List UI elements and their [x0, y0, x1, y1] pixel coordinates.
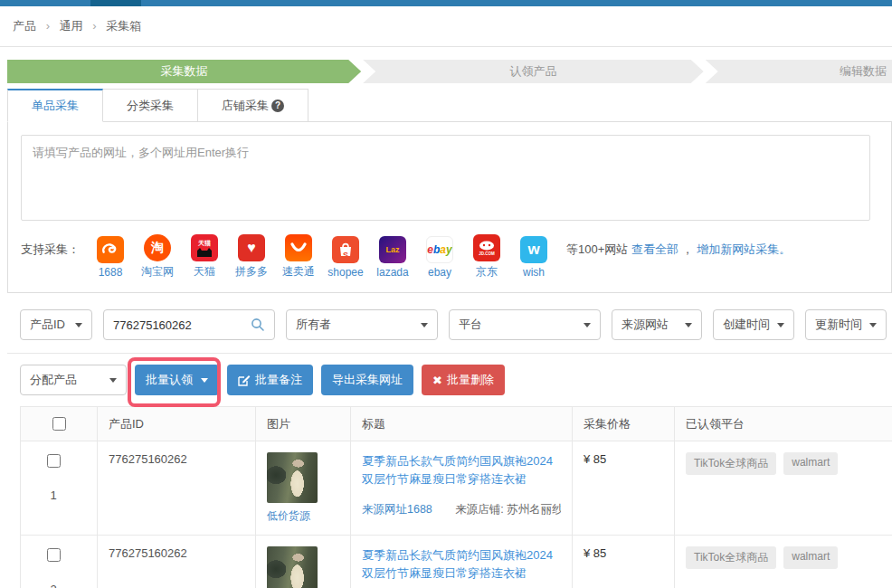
site-jd-icon-text: JD.COM [479, 251, 495, 256]
topbar-accent [90, 0, 141, 6]
site-shopee[interactable]: S shopee [322, 236, 369, 279]
site-aliexpress-label[interactable]: 速卖通 [282, 264, 315, 280]
owner-select[interactable]: 所有者 [286, 309, 438, 340]
search-box [103, 309, 275, 340]
source-shop-text: 来源店铺: 苏州名丽纱服饰有... [455, 503, 561, 516]
collect-panel: 支持采集： 1688 淘 淘宝网 天猫 天猫 ♥ 拼多多 [7, 121, 892, 293]
search-icon[interactable] [251, 318, 265, 332]
more-sites-text: 等100+网站 查看全部 ， 增加新网站采集。 [566, 242, 791, 258]
tab-single-collect[interactable]: 单品采集 [7, 89, 103, 122]
site-tmall-label[interactable]: 天猫 [194, 264, 215, 280]
site-shopee-label[interactable]: shopee [327, 266, 363, 279]
product-image[interactable] [267, 546, 318, 588]
collect-tabs: 单品采集 分类采集 店铺采集 ? [7, 89, 892, 121]
supported-sites-row: 支持采集： 1688 淘 淘宝网 天猫 天猫 ♥ 拼多多 [21, 234, 878, 280]
site-1688-label[interactable]: 1688 [99, 266, 123, 279]
add-new-site-link[interactable]: 增加新网站采集。 [697, 242, 791, 256]
table-header-row: 产品ID 图片 标题 采集价格 已认领平台 [21, 407, 892, 441]
edit-icon [238, 374, 251, 386]
step-edit-data: 编辑数据 [706, 60, 892, 83]
product-url-input[interactable] [21, 135, 870, 221]
ebay-letter-a: a [440, 243, 446, 256]
caret-down-icon [685, 323, 692, 327]
products-table: 产品ID 图片 标题 采集价格 已认领平台 1 776275160262 [20, 406, 892, 588]
product-title-link[interactable]: 夏季新品长款气质简约国风旗袍2024双层竹节麻显瘦日常穿搭连衣裙 [362, 546, 561, 582]
caret-down-icon [869, 323, 877, 327]
batch-actions-row: 分配产品 批量认领 批量备注 导出采集网址 [20, 365, 892, 395]
assign-product-select[interactable]: 分配产品 [20, 365, 127, 395]
site-wish-label[interactable]: wish [523, 266, 545, 279]
list-section: 分配产品 批量认领 批量备注 导出采集网址 [7, 353, 892, 588]
site-tmall[interactable]: 天猫 天猫 [181, 234, 228, 280]
claimed-platforms: TikTok全球商品 walmart [686, 452, 882, 475]
site-taobao[interactable]: 淘 淘宝网 [134, 234, 181, 280]
row-checkbox[interactable] [47, 548, 61, 562]
tab-category-collect[interactable]: 分类采集 [103, 89, 198, 122]
row-number: 2 [21, 583, 86, 588]
site-tmall-icon-text: 天猫 [198, 240, 211, 247]
update-time-label: 更新时间 [815, 317, 862, 333]
site-pinduoduo-label[interactable]: 拼多多 [235, 264, 268, 280]
site-lazada[interactable]: Laz lazada [369, 236, 416, 279]
low-price-source-link[interactable]: 低价货源 [267, 508, 339, 524]
breadcrumb-item-collect-box: 采集箱 [106, 19, 141, 33]
col-title: 标题 [351, 407, 573, 441]
site-wish[interactable]: w wish [510, 236, 557, 279]
row-checkbox[interactable] [47, 454, 61, 468]
search-input[interactable] [113, 318, 251, 332]
create-time-button[interactable]: 创建时间 [713, 309, 794, 340]
site-lazada-label[interactable]: lazada [376, 266, 408, 279]
caret-down-icon [421, 323, 428, 327]
table-row: 1 776275160262 低价货源 夏季新品长款气质简约国风旗袍2024双层… [21, 441, 892, 536]
filter-row: 产品ID 所有者 平台 来源网站 创建时间 更新时间 [20, 309, 892, 340]
step-claim-product: 认领产品 [363, 60, 704, 83]
platform-badge: walmart [783, 546, 838, 569]
breadcrumb-item-product[interactable]: 产品 [13, 19, 36, 33]
wizard-stepper: 采集数据 认领产品 编辑数据 [7, 60, 892, 83]
site-1688[interactable]: 1688 [87, 236, 134, 279]
owner-select-value: 所有者 [296, 317, 413, 333]
view-all-link[interactable]: 查看全部 [631, 242, 678, 256]
site-taobao-label[interactable]: 淘宝网 [141, 264, 174, 280]
step-collect-data: 采集数据 [7, 60, 361, 83]
batch-note-button[interactable]: 批量备注 [227, 365, 313, 395]
help-icon[interactable]: ? [271, 100, 284, 112]
row-number: 1 [21, 488, 86, 502]
select-all-checkbox[interactable] [52, 417, 66, 431]
table-row: 2 776275160262 低价货源 夏季新品长款气质简约国风旗袍2024双层… [21, 536, 892, 588]
supported-sites-label: 支持采集： [21, 242, 80, 258]
caret-down-icon [584, 323, 591, 327]
batch-claim-button[interactable]: 批量认领 [135, 365, 219, 395]
main-content: 采集数据 认领产品 编辑数据 单品采集 分类采集 店铺采集 ? 支持采集： 16… [0, 47, 892, 588]
site-shopee-icon-letter: S [332, 251, 359, 260]
caret-down-icon [109, 378, 117, 383]
product-image[interactable] [267, 452, 318, 503]
claimed-platforms: TikTok全球商品 walmart [686, 546, 882, 569]
search-field-select[interactable]: 产品ID [20, 309, 92, 340]
export-urls-button[interactable]: 导出采集网址 [321, 365, 413, 395]
batch-delete-label: 批量删除 [447, 372, 494, 388]
ebay-letter-e: e [427, 243, 433, 256]
site-ebay[interactable]: e b a y ebay [416, 236, 463, 279]
site-jd-label[interactable]: 京东 [476, 264, 498, 280]
site-pinduoduo-icon: ♥ [238, 234, 265, 261]
product-title-link[interactable]: 夏季新品长款气质简约国风旗袍2024双层竹节麻显瘦日常穿搭连衣裙 [362, 452, 561, 488]
tab-shop-collect[interactable]: 店铺采集 ? [198, 89, 308, 122]
col-product-id: 产品ID [98, 407, 256, 441]
batch-delete-button[interactable]: ✖ 批量删除 [422, 365, 505, 395]
site-ebay-label[interactable]: ebay [428, 266, 451, 279]
update-time-button[interactable]: 更新时间 [805, 309, 887, 340]
source-url-link[interactable]: 来源网址1688 [362, 503, 432, 516]
source-site-select[interactable]: 来源网站 [612, 309, 702, 340]
breadcrumb: 产品 › 通用 › 采集箱 [0, 6, 892, 47]
site-aliexpress[interactable]: 速卖通 [275, 234, 322, 280]
site-jd[interactable]: JD.COM 京东 [463, 234, 510, 280]
platform-badge: TikTok全球商品 [686, 546, 776, 569]
breadcrumb-item-general[interactable]: 通用 [60, 19, 83, 33]
site-1688-icon [97, 236, 124, 263]
assign-product-value: 分配产品 [30, 372, 102, 388]
site-pinduoduo[interactable]: ♥ 拼多多 [228, 234, 275, 280]
platform-select[interactable]: 平台 [449, 309, 601, 340]
tab-shop-collect-label: 店铺采集 [222, 98, 269, 114]
caret-down-icon [201, 378, 208, 383]
